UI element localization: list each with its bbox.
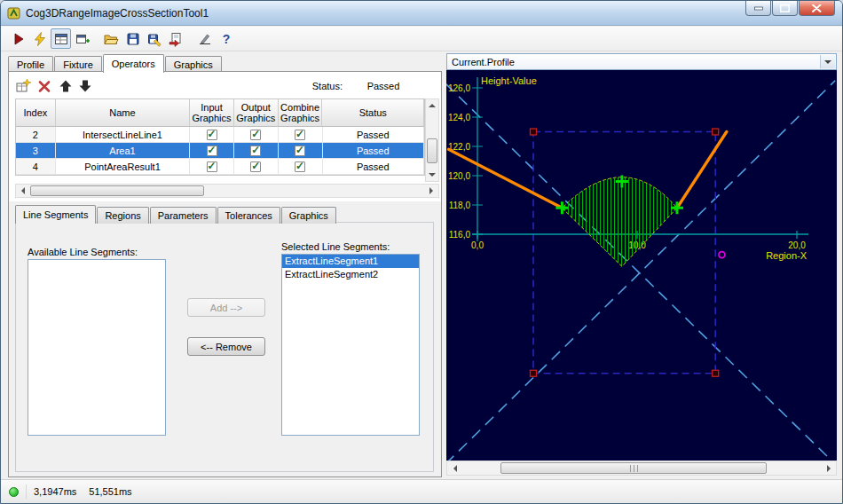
tab-operators[interactable]: Operators (103, 54, 164, 73)
input-graphics-checkbox[interactable] (207, 161, 217, 172)
profile-plot: 126,0124,0122,0120,0118,0116,00,010,020,… (446, 70, 837, 461)
subtab-regions[interactable]: Regions (97, 207, 148, 224)
operator-subtabs: Line Segments Regions Parameters Toleran… (15, 205, 337, 224)
electric-run-icon[interactable] (29, 28, 50, 49)
svg-text:?: ? (222, 32, 230, 46)
run-icon[interactable] (8, 28, 28, 49)
maximize-button[interactable] (772, 1, 798, 16)
row-name-cell: Area1 (56, 143, 190, 159)
scroll-thumb[interactable] (30, 185, 204, 196)
row-index-cell: 2 (16, 127, 56, 143)
table-row[interactable]: 2IntersectLineLine1Passed (16, 127, 424, 143)
row-status-cell: Passed (323, 159, 425, 175)
output-graphics-checkbox[interactable] (250, 161, 261, 172)
import-icon[interactable] (165, 28, 185, 49)
tool-window-icon[interactable] (72, 28, 92, 49)
scroll-right-icon[interactable] (822, 461, 836, 475)
svg-text:118,0: 118,0 (449, 201, 471, 210)
display-source-value: Current.Profile (452, 57, 515, 67)
subtab-parameters[interactable]: Parameters (150, 207, 217, 224)
help-icon[interactable]: ? (216, 28, 236, 49)
output-graphics-cell (234, 143, 279, 159)
new-operator-icon[interactable] (13, 76, 32, 95)
output-graphics-cell (234, 159, 279, 175)
chevron-down-icon[interactable] (820, 55, 835, 68)
remove-button[interactable]: <-- Remove (187, 337, 265, 356)
status-value: Passed (349, 81, 418, 91)
subtab-graphics[interactable]: Graphics (281, 207, 336, 224)
input-graphics-checkbox[interactable] (207, 146, 217, 156)
list-item[interactable]: ExtractLineSegment1 (282, 255, 419, 268)
table-body: 2IntersectLineLine1Passed3Area1Passed4Po… (16, 127, 424, 175)
output-graphics-checkbox[interactable] (250, 146, 261, 156)
svg-text:0,0: 0,0 (471, 240, 484, 250)
col-output-graphics[interactable]: Output Graphics (234, 99, 279, 127)
input-graphics-cell (190, 159, 234, 175)
delete-operator-icon[interactable] (35, 76, 53, 95)
profile-display[interactable]: 126,0124,0122,0120,0118,0116,00,010,020,… (446, 70, 837, 461)
col-input-graphics[interactable]: Input Graphics (190, 99, 234, 127)
input-graphics-cell (190, 143, 234, 159)
tool-display-icon[interactable] (51, 28, 71, 49)
total-time: 51,551ms (89, 486, 131, 497)
scroll-left-icon[interactable] (16, 185, 29, 197)
save-icon[interactable] (122, 28, 143, 49)
combine-graphics-checkbox[interactable] (295, 146, 305, 156)
col-combine-graphics[interactable]: Combine Graphics (279, 99, 323, 127)
move-down-icon[interactable] (75, 76, 94, 95)
operators-table: Index Name Input Graphics Output Graphic… (15, 98, 425, 176)
scroll-up-icon[interactable] (426, 99, 438, 111)
svg-text:Region-X: Region-X (766, 250, 808, 261)
row-status-cell: Passed (323, 127, 425, 143)
close-button[interactable] (799, 1, 835, 16)
combine-graphics-checkbox[interactable] (295, 161, 305, 172)
main-tabs: Profile Fixture Operators Graphics (8, 54, 223, 73)
graph-horizontal-scrollbar[interactable] (446, 461, 837, 476)
svg-text:116,0: 116,0 (449, 230, 471, 240)
save-as-icon[interactable] (144, 28, 164, 49)
selected-segments-list[interactable]: ExtractLineSegment1ExtractLineSegment2 (281, 254, 420, 436)
signature-icon[interactable] (194, 28, 215, 49)
elapsed-time: 3,1947ms (34, 486, 76, 497)
display-source-combo[interactable]: Current.Profile (446, 53, 837, 70)
list-item[interactable]: ExtractLineSegment2 (282, 268, 419, 281)
available-segments-label: Available Line Segments: (28, 247, 138, 257)
add-button[interactable]: Add --> (187, 298, 265, 317)
row-name-cell: IntersectLineLine1 (56, 127, 190, 143)
svg-text:120,0: 120,0 (448, 171, 470, 181)
input-graphics-cell (190, 127, 234, 143)
available-segments-list[interactable] (28, 259, 166, 436)
input-graphics-checkbox[interactable] (207, 130, 217, 140)
row-index-cell: 3 (16, 143, 56, 159)
svg-text:20,0: 20,0 (788, 240, 806, 250)
combine-graphics-checkbox[interactable] (295, 130, 305, 140)
output-graphics-checkbox[interactable] (250, 130, 261, 140)
open-icon[interactable] (101, 28, 122, 49)
col-name[interactable]: Name (56, 99, 190, 127)
minimize-button[interactable] (745, 1, 771, 16)
table-row[interactable]: 4PointAreaResult1Passed (16, 159, 424, 175)
scroll-down-icon[interactable] (426, 169, 438, 181)
output-graphics-cell (234, 127, 279, 143)
subtab-line-segments[interactable]: Line Segments (15, 205, 96, 224)
table-row[interactable]: 3Area1Passed (16, 143, 424, 159)
subtab-tolerances[interactable]: Tolerances (217, 207, 280, 224)
titlebar[interactable]: Cog3DRangeImageCrossSectionTool1 (1, 1, 842, 26)
svg-text:124,0: 124,0 (448, 113, 470, 122)
col-index[interactable]: Index (16, 99, 56, 127)
move-up-icon[interactable] (56, 76, 75, 95)
combine-graphics-cell (279, 159, 323, 175)
window-title: Cog3DRangeImageCrossSectionTool1 (26, 7, 209, 20)
table-vertical-scrollbar[interactable] (425, 98, 439, 182)
col-status[interactable]: Status (322, 99, 424, 127)
table-header: Index Name Input Graphics Output Graphic… (16, 99, 424, 127)
row-status-cell: Passed (323, 143, 425, 159)
combine-graphics-cell (279, 127, 323, 143)
svg-text:Height-Value: Height-Value (481, 75, 537, 86)
status-bar: 3,1947ms 51,551ms (1, 479, 842, 503)
scroll-right-icon[interactable] (425, 185, 438, 197)
scroll-thumb[interactable] (500, 462, 767, 474)
scroll-left-icon[interactable] (447, 461, 461, 475)
table-horizontal-scrollbar[interactable] (15, 184, 439, 198)
scroll-thumb[interactable] (427, 138, 437, 163)
